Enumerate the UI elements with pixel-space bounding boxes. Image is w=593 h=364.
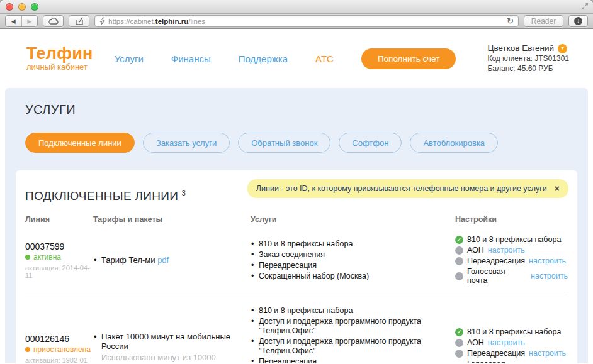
- share-button[interactable]: [69, 15, 89, 27]
- downloads-button[interactable]: ↓: [568, 15, 588, 27]
- service-item: Переадресация: [251, 357, 455, 363]
- setting-item: ✓ 810 и 8 префиксы набора: [455, 328, 568, 336]
- setting-item: АОН настроить: [455, 246, 568, 255]
- setting-label: 810 и 8 префиксы набора: [467, 235, 561, 244]
- status-dot-icon: [25, 255, 30, 260]
- logo[interactable]: Телфин личный кабинет: [26, 45, 93, 72]
- zoom-window-button[interactable]: [31, 3, 38, 11]
- nav-podderzhka[interactable]: Поддержка: [239, 53, 288, 64]
- setting-label: Голосовая почта: [467, 267, 527, 285]
- forward-button[interactable]: ▶: [21, 16, 38, 26]
- service-item: 810 и 8 префиксы набора: [251, 306, 455, 316]
- tab-autoblock[interactable]: Автоблокировка: [410, 133, 498, 153]
- tariff-item: Пакет 10000 минут на мобильные России Ис…: [93, 332, 251, 362]
- setting-label: Переадресация: [467, 256, 525, 265]
- client-code: Код клиента: JTS01301: [487, 53, 569, 63]
- close-icon[interactable]: ×: [555, 185, 560, 192]
- setting-label: Переадресация: [467, 349, 525, 358]
- col-tariffs: Тарифы и пакеты: [93, 215, 251, 224]
- table-row: 000126146 приостановлена активация: 1982…: [25, 295, 568, 363]
- logo-title: Телфин: [26, 45, 93, 62]
- tariff-name: Тариф Тел-ми: [101, 255, 155, 265]
- topup-button[interactable]: Пополнить счет: [361, 48, 456, 69]
- balance: Баланс: 45.60 РУБ: [487, 63, 569, 74]
- setting-label: АОН: [467, 338, 484, 347]
- close-window-button[interactable]: [6, 3, 13, 11]
- url-text: https://cabinet.telphin.ru/lines: [108, 18, 205, 25]
- service-item: Заказ соединения: [251, 250, 455, 260]
- nav-uslugi[interactable]: Услуги: [115, 53, 144, 64]
- title-bar: [0, 0, 593, 14]
- user-name: Цветков Евгений: [487, 43, 554, 53]
- setting-label: Голосовая почта: [467, 360, 527, 363]
- service-item: 810 и 8 префиксы набора: [251, 240, 455, 249]
- url-path: /lines: [188, 18, 205, 25]
- reader-button[interactable]: Reader: [524, 15, 563, 27]
- settings-cell: ✓ 810 и 8 префиксы набора АОН настроить …: [455, 233, 568, 287]
- services-cell: 810 и 8 префиксы набора Доступ и поддерж…: [251, 305, 455, 363]
- status-dot-icon: [25, 347, 30, 352]
- lightning-icon: [99, 17, 105, 25]
- tariffs-cell: Пакет 10000 минут на мобильные России Ис…: [93, 331, 251, 363]
- tariff-usage-note: Использовано минут из 10000: [101, 353, 251, 362]
- history-nav-group: ◀ ▶: [5, 15, 38, 27]
- main-nav: Услуги Финансы Поддержка АТС: [115, 53, 334, 64]
- status-off-icon: [455, 272, 463, 280]
- section-title-text: ПОДКЛЮЧЕННЫЕ ЛИНИИ: [25, 189, 178, 202]
- address-bar[interactable]: https://cabinet.telphin.ru/lines ↻: [94, 15, 519, 27]
- browser-window: ◀ ▶ https://cabinet.telphin.ru/lines ↻ R: [0, 0, 593, 364]
- status-on-icon: ✓: [455, 236, 463, 244]
- configure-link[interactable]: настроить: [529, 256, 566, 265]
- user-info: Цветков Евгений ▾ Код клиента: JTS01301 …: [487, 43, 569, 74]
- setting-item: Голосовая почта настроить: [455, 267, 568, 285]
- setting-item: Переадресация настроить: [455, 349, 568, 358]
- line-cell: 00037599 активна активация: 2014-04-11: [25, 241, 93, 279]
- setting-item: Переадресация настроить: [455, 256, 568, 265]
- line-status: приостановлена: [25, 345, 93, 354]
- configure-link[interactable]: настроить: [488, 338, 525, 347]
- chevron-down-icon[interactable]: ▾: [558, 44, 567, 53]
- cloud-icon: [48, 18, 59, 25]
- logo-subtitle: личный кабинет: [26, 62, 93, 72]
- tab-callback[interactable]: Обратный звонок: [238, 133, 330, 153]
- status-label: приостановлена: [33, 345, 91, 354]
- page-title: УСЛУГИ: [5, 88, 588, 117]
- minimize-window-button[interactable]: [18, 3, 26, 11]
- back-button[interactable]: ◀: [6, 16, 21, 26]
- tariff-name: Пакет 10000 минут на мобильные России: [101, 332, 230, 351]
- tab-order-services[interactable]: Заказать услуги: [143, 133, 230, 153]
- setting-item: ✓ 810 и 8 префиксы набора: [455, 235, 568, 244]
- configure-link[interactable]: настроить: [529, 349, 566, 358]
- browser-toolbar: ◀ ▶ https://cabinet.telphin.ru/lines ↻ R: [0, 14, 593, 29]
- col-services: Услуги: [251, 215, 455, 224]
- nav-finansy[interactable]: Финансы: [171, 53, 211, 64]
- nav-ats[interactable]: АТС: [315, 53, 334, 64]
- tab-connected-lines[interactable]: Подключенные линии: [25, 133, 135, 153]
- service-item: Доступ и поддержка программного продукта…: [251, 337, 455, 356]
- tariffs-cell: Тариф Тел-ми pdf: [93, 254, 251, 266]
- table-header: Линия Тарифы и пакеты Услуги Настройки: [25, 215, 568, 224]
- status-off-icon: [455, 257, 463, 265]
- connected-lines-card: ПОДКЛЮЧЕННЫЕ ЛИНИИ 3 Линии - это ID, к к…: [16, 170, 577, 363]
- service-item: Сокращенный набор (Москва): [251, 272, 455, 281]
- line-number: 000126146: [25, 334, 93, 344]
- configure-link[interactable]: настроить: [488, 246, 525, 255]
- status-off-icon: [455, 246, 463, 255]
- setting-label: 810 и 8 префиксы набора: [467, 328, 561, 336]
- refresh-icon[interactable]: ↻: [507, 17, 514, 25]
- pdf-link[interactable]: pdf: [157, 255, 169, 265]
- fullscreen-icon[interactable]: [581, 3, 589, 10]
- tab-softphone[interactable]: Софтфон: [339, 133, 402, 153]
- setting-label: АОН: [467, 246, 484, 255]
- download-icon: ↓: [574, 17, 582, 25]
- setting-item: АОН настроить: [455, 338, 568, 347]
- status-off-icon: [455, 339, 463, 347]
- status-off-icon: [455, 350, 463, 358]
- tariff-item: Тариф Тел-ми pdf: [93, 255, 251, 265]
- configure-link[interactable]: настроить: [531, 272, 568, 280]
- services-section: УСЛУГИ Подключенные линии Заказать услуг…: [5, 88, 588, 363]
- icloud-tabs-button[interactable]: [43, 15, 64, 27]
- share-icon: [75, 17, 84, 25]
- lines-tooltip: Линии - это ID, к которому привязываются…: [247, 179, 568, 198]
- service-item: Доступ и поддержка программного продукта…: [251, 317, 455, 336]
